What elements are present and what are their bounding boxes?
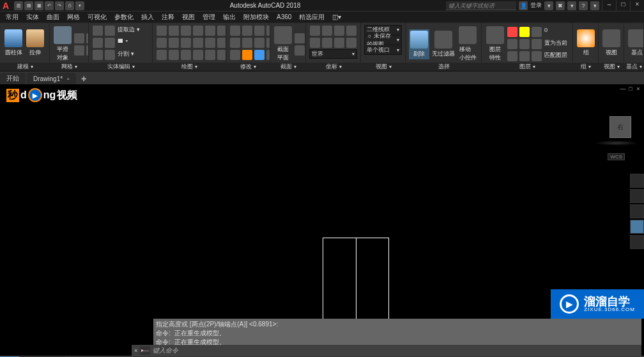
modify-icon[interactable] (254, 50, 264, 60)
panel-title[interactable]: 图层▾ (482, 63, 573, 71)
draw-icon[interactable] (217, 50, 226, 60)
layer-icon[interactable] (507, 51, 518, 61)
lock-icon[interactable] (532, 27, 542, 37)
panel-title[interactable]: 视图▾ (599, 63, 624, 71)
bulb-icon[interactable] (507, 27, 518, 37)
draw-icon[interactable] (157, 26, 167, 36)
se-icon[interactable] (105, 26, 115, 36)
section-plane-button[interactable]: 截面平面 (273, 25, 293, 63)
draw-icon[interactable] (217, 38, 226, 48)
draw-icon[interactable] (181, 26, 191, 36)
nav-pan-icon[interactable] (630, 189, 644, 203)
draw-icon[interactable] (169, 26, 179, 36)
draw-icon[interactable] (205, 50, 215, 60)
nav-wheel-icon[interactable] (630, 174, 644, 188)
help-dropdown-icon[interactable]: ▾ (590, 1, 599, 10)
menu-item[interactable]: 网格 (64, 11, 83, 23)
nav-orbit-icon[interactable] (630, 220, 644, 234)
se-icon[interactable] (105, 50, 115, 60)
menu-item[interactable]: 附加模块 (240, 11, 272, 23)
viewport-minimize-icon[interactable]: — (620, 86, 626, 92)
draw-icon[interactable] (205, 26, 215, 36)
panel-title[interactable]: 实体编辑▾ (89, 63, 153, 71)
extract-edge-button[interactable]: 提取边 ▾ (116, 25, 141, 36)
viewport-select[interactable]: 单个视口 (364, 45, 402, 55)
smooth-object-button[interactable]: 平滑对象 (53, 25, 72, 63)
coord-icon[interactable] (334, 26, 344, 36)
section-icon[interactable] (295, 45, 305, 56)
cmdline-recent-icon[interactable]: ▸— (140, 346, 150, 355)
menu-item[interactable]: 参数化 (111, 11, 137, 23)
menu-item[interactable]: 可视化 (84, 11, 110, 23)
modify-icon[interactable] (230, 26, 240, 36)
draw-icon[interactable] (157, 50, 167, 60)
modify-icon[interactable] (254, 26, 264, 36)
user-dropdown-icon[interactable]: ▾ (544, 1, 553, 10)
modify-icon[interactable] (254, 38, 264, 48)
nav-show-icon[interactable] (630, 235, 644, 249)
layer-icon[interactable] (532, 51, 542, 61)
wcs-badge[interactable]: WCS (608, 153, 625, 160)
view-button[interactable]: 视图 (602, 28, 621, 58)
qat-print-icon[interactable]: ⎙ (65, 1, 74, 10)
modify-icon[interactable] (242, 50, 252, 60)
menu-item[interactable]: 精选应用 (296, 11, 328, 23)
ucs-select[interactable]: 世界 (309, 49, 357, 59)
cylinder-button[interactable]: 圆柱体 (3, 28, 24, 58)
panel-title[interactable]: 选择 (406, 63, 482, 71)
qat-save-icon[interactable]: ▦ (34, 1, 43, 10)
mesh-icon[interactable] (74, 33, 84, 43)
menu-item[interactable]: 管理 (199, 11, 218, 23)
panel-title[interactable]: 截面▾ (270, 63, 306, 71)
help-icon[interactable]: ? (579, 1, 588, 10)
minimize-icon[interactable]: – (602, 1, 616, 11)
draw-icon[interactable] (193, 50, 203, 60)
panel-title[interactable]: 组▾ (573, 63, 599, 71)
section-icon[interactable] (295, 33, 305, 43)
panel-title[interactable]: 坐标▾ (306, 63, 361, 71)
user-icon[interactable]: 👤 (519, 1, 528, 10)
viewcube[interactable]: 右 (610, 116, 631, 138)
match-layer-button[interactable]: 匹配图层 (543, 50, 569, 62)
draw-icon[interactable] (169, 38, 179, 48)
layer-icon[interactable] (532, 39, 542, 49)
command-input[interactable]: 键入命令 (153, 346, 178, 355)
close-icon[interactable]: × (630, 1, 644, 11)
menu-item[interactable]: 曲面 (43, 11, 63, 23)
panel-title[interactable]: 绘图▾ (153, 63, 226, 71)
qat-dropdown-icon[interactable]: ▾ (75, 1, 84, 10)
tab-start[interactable]: 开始 (0, 73, 26, 84)
draw-icon[interactable] (181, 50, 191, 60)
panel-title[interactable]: 修改▾ (226, 63, 270, 71)
coord-icon[interactable] (322, 38, 332, 48)
cloud-icon[interactable]: ▾ (567, 1, 576, 10)
viewcube-compass[interactable] (594, 141, 639, 146)
cull-button[interactable]: 剔除 (409, 29, 429, 59)
layer-icon[interactable] (507, 39, 518, 49)
tab-close-icon[interactable]: × (66, 76, 70, 82)
panel-title[interactable]: 建模▾ (0, 63, 50, 71)
exchange-icon[interactable]: ✖ (556, 1, 565, 10)
tab-drawing1[interactable]: Drawing1* × (27, 73, 76, 84)
draw-icon[interactable] (193, 26, 203, 36)
no-filter-button[interactable]: 无过滤器 (431, 29, 456, 59)
coord-icon[interactable] (334, 38, 344, 48)
qat-undo-icon[interactable]: ↶ (45, 1, 54, 10)
drawing-canvas[interactable]: — □ × 秒d ▶ng 视频 右 WCS Z Y ▶ 溜溜自学 ZIXUE.3… (0, 84, 644, 319)
draw-icon[interactable] (217, 26, 226, 36)
split-button[interactable]: 分割 ▾ (116, 49, 135, 61)
tab-add-button[interactable]: ✚ (77, 73, 90, 84)
menu-item[interactable]: 常用 (3, 11, 22, 23)
ribbon-collapse-icon[interactable]: ◫▾ (329, 12, 344, 22)
coord-icon[interactable] (310, 38, 320, 48)
base-point-button[interactable]: 基点 (627, 28, 644, 58)
menu-item[interactable]: A360 (273, 12, 295, 22)
panel-title[interactable]: 视图▾ (361, 63, 406, 71)
saved-view-select[interactable]: ☼ 未保存的视图 (364, 35, 402, 45)
layer-icon[interactable] (519, 39, 530, 49)
qat-redo-icon[interactable]: ↷ (55, 1, 64, 10)
viewport-close-icon[interactable]: × (635, 86, 641, 92)
mesh-icon[interactable] (74, 45, 84, 56)
draw-icon[interactable] (157, 38, 167, 48)
extrude-button[interactable]: 拉伸 (25, 28, 45, 58)
